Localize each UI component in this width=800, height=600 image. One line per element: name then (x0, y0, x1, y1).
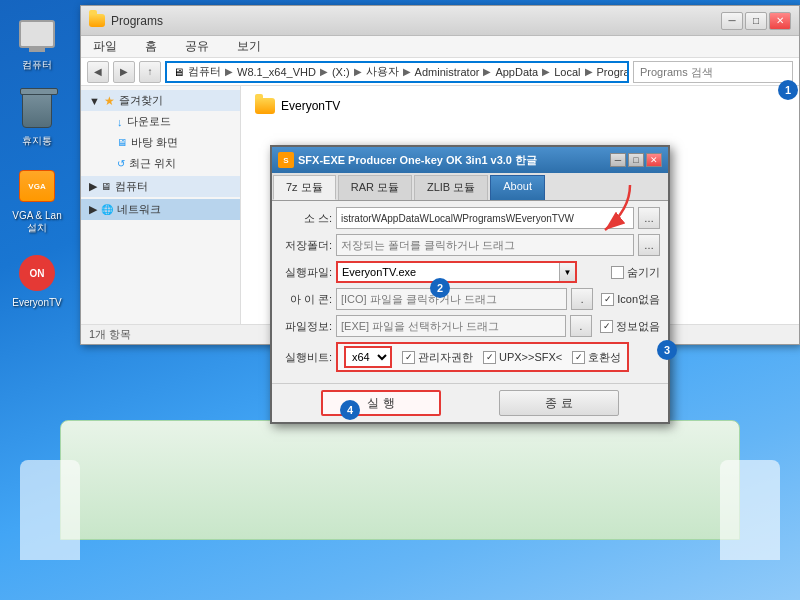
recent-icon: ↺ (117, 158, 125, 169)
admin-checkbox-row: 관리자권한 (402, 350, 473, 365)
desktop-icon-small: 🖥 (117, 137, 127, 148)
path-segment-2: 사용자 (366, 64, 399, 79)
icon-input[interactable] (336, 288, 567, 310)
exe-browse-button[interactable] (581, 261, 603, 283)
sidebar-desktop[interactable]: 🖥 바탕 화면 (97, 132, 240, 153)
trash-icon (17, 90, 57, 130)
sfx-minimize-button[interactable]: ─ (610, 153, 626, 167)
tab-zlib[interactable]: ZLIB 모듈 (414, 175, 488, 200)
path-segment-1: W8.1_x64_VHD (237, 66, 316, 78)
forward-button[interactable]: ▶ (113, 61, 135, 83)
sidebar-computer-header[interactable]: ▶ 🖥 컴퓨터 (81, 176, 240, 197)
path-segment-x: (X:) (332, 66, 350, 78)
sfx-footer: 실 행 종 료 (272, 383, 668, 422)
upx-checkbox-row: UPX>>SFX< (483, 351, 562, 364)
compat-checkbox[interactable] (572, 351, 585, 364)
close-dialog-button[interactable]: 종 료 (499, 390, 619, 416)
sidebar-recent[interactable]: ↺ 최근 위치 (97, 153, 240, 174)
minimize-button[interactable]: ─ (721, 12, 743, 30)
desktop-icon-trash[interactable]: 휴지통 (5, 86, 69, 152)
up-button[interactable]: ↑ (139, 61, 161, 83)
sidebar-favorites-header[interactable]: ▼ ★ 즐겨찾기 (81, 90, 240, 111)
sfx-close-button[interactable]: ✕ (646, 153, 662, 167)
hide-label: 숨기기 (627, 265, 660, 280)
path-segment-4: AppData (495, 66, 538, 78)
sfx-maximize-button[interactable]: □ (628, 153, 644, 167)
desktop-icon-vga[interactable]: VGA VGA & Lan 설치 (5, 162, 69, 239)
desktop-icon-computer[interactable]: 컴퓨터 (5, 10, 69, 76)
admin-label: 관리자권한 (418, 350, 473, 365)
exe-input[interactable] (338, 263, 559, 281)
fileinfo-input[interactable] (336, 315, 566, 337)
fileinfo-checkbox[interactable] (600, 320, 613, 333)
fileinfo-check-label: 정보없음 (616, 319, 660, 334)
fileinfo-browse-button[interactable]: . (570, 315, 592, 337)
window-controls: ─ □ ✕ (721, 12, 791, 30)
computer-icon (17, 14, 57, 54)
star-icon: ★ (104, 94, 115, 108)
path-segment-6: Programs (597, 66, 629, 78)
sfx-titlebar-left: S SFX-EXE Producer One-key OK 3in1 v3.0 … (278, 152, 537, 168)
folder-icon-everyon (255, 98, 275, 114)
bits-options-container: x64 x86 관리자권한 UPX>>SFX< 호환성 (336, 342, 629, 372)
chair-right-decoration (720, 460, 780, 560)
menu-view[interactable]: 보기 (233, 36, 265, 57)
maximize-button[interactable]: □ (745, 12, 767, 30)
close-button[interactable]: ✕ (769, 12, 791, 30)
red-arrow-annotation (550, 180, 650, 240)
explorer-titlebar: Programs ─ □ ✕ (81, 6, 799, 36)
back-button[interactable]: ◀ (87, 61, 109, 83)
folder-name-everyon: EveryonTV (281, 99, 340, 113)
storage-label: 저장폴더: (280, 238, 332, 253)
status-text: 1개 항목 (89, 327, 131, 342)
network-icon: 🌐 (101, 204, 113, 215)
desktop-icons-container: 컴퓨터 휴지통 VGA VGA & Lan 설치 ON EveryonTV (0, 0, 74, 322)
tab-about[interactable]: About (490, 175, 545, 200)
sidebar-network-section: ▶ 🌐 네트워크 (81, 199, 240, 220)
upx-checkbox[interactable] (483, 351, 496, 364)
sidebar-downloads[interactable]: ↓ 다운로드 (97, 111, 240, 132)
no-icon-checkbox[interactable] (601, 293, 614, 306)
hide-checkbox[interactable] (611, 266, 624, 279)
explorer-sidebar: ▼ ★ 즐겨찾기 ↓ 다운로드 🖥 바탕 화면 (81, 86, 241, 324)
download-icon: ↓ (117, 116, 123, 128)
sidebar-computer-section: ▶ 🖥 컴퓨터 (81, 176, 240, 197)
menu-home[interactable]: 홈 (141, 36, 161, 57)
admin-checkbox[interactable] (402, 351, 415, 364)
hide-checkbox-row: 숨기기 (611, 265, 660, 280)
tab-7z[interactable]: 7z 모듈 (273, 175, 336, 200)
bits-row: 실행비트: x64 x86 관리자권한 UPX>>SFX< (280, 342, 660, 372)
icon-browse-button[interactable]: . (571, 288, 593, 310)
bits-label: 실행비트: (280, 350, 332, 365)
sfx-titlebar: S SFX-EXE Producer One-key OK 3in1 v3.0 … (272, 147, 668, 173)
sidebar-computer-label: 컴퓨터 (115, 179, 148, 194)
desktop: 컴퓨터 휴지통 VGA VGA & Lan 설치 ON EveryonTV (0, 0, 800, 600)
desktop-icon-everyon[interactable]: ON EveryonTV (5, 249, 69, 312)
sidebar-network-header[interactable]: ▶ 🌐 네트워크 (81, 199, 240, 220)
fileinfo-label: 파일정보: (280, 319, 332, 334)
run-button[interactable]: 실 행 (321, 390, 441, 416)
search-input[interactable] (633, 61, 793, 83)
annotation-3: 3 (657, 340, 677, 360)
exe-input-combo: ▼ (336, 261, 577, 283)
sfx-window-controls: ─ □ ✕ (610, 153, 662, 167)
address-bar: ◀ ▶ ↑ 🖥 컴퓨터 ▶ W8.1_x64_VHD ▶ (X:) ▶ 사용자 … (81, 58, 799, 86)
tab-rar[interactable]: RAR 모듈 (338, 175, 412, 200)
menu-share[interactable]: 공유 (181, 36, 213, 57)
folder-item-everyon[interactable]: EveryonTV (249, 94, 346, 118)
menu-file[interactable]: 파일 (89, 36, 121, 57)
source-label: 소 스: (280, 211, 332, 226)
sfx-app-icon: S (278, 152, 294, 168)
icon-row: 아 이 콘: . Icon없음 (280, 288, 660, 310)
bits-select[interactable]: x64 x86 (344, 346, 392, 368)
annotation-2: 2 (430, 278, 450, 298)
titlebar-left: Programs (89, 14, 163, 28)
path-segment-0: 컴퓨터 (188, 64, 221, 79)
vga-icon: VGA (17, 166, 57, 206)
sfx-title-text: SFX-EXE Producer One-key OK 3in1 v3.0 한글 (298, 153, 537, 168)
computer-label: 컴퓨터 (22, 58, 52, 72)
exe-dropdown-arrow[interactable]: ▼ (559, 263, 575, 281)
address-path[interactable]: 🖥 컴퓨터 ▶ W8.1_x64_VHD ▶ (X:) ▶ 사용자 ▶ Admi… (165, 61, 629, 83)
no-icon-checkbox-row: Icon없음 (601, 292, 660, 307)
compat-checkbox-row: 호환성 (572, 350, 621, 365)
